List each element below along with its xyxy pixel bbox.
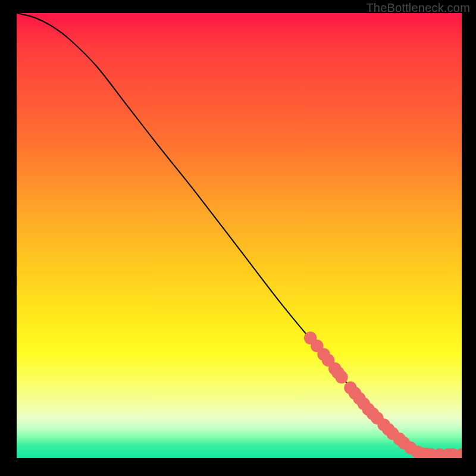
frame-bottom	[0, 458, 476, 476]
watermark-text: TheBottleneck.com	[366, 1, 470, 15]
chart-marker	[458, 450, 462, 458]
chart-markers	[306, 334, 462, 458]
chart-marker	[313, 342, 321, 350]
chart-stage: TheBottleneck.com	[0, 0, 476, 476]
chart-marker	[324, 356, 333, 364]
frame-right	[462, 0, 476, 476]
chart-marker	[337, 373, 346, 381]
chart-curve	[17, 13, 462, 455]
chart-svg	[17, 13, 462, 458]
frame-left	[0, 0, 17, 476]
